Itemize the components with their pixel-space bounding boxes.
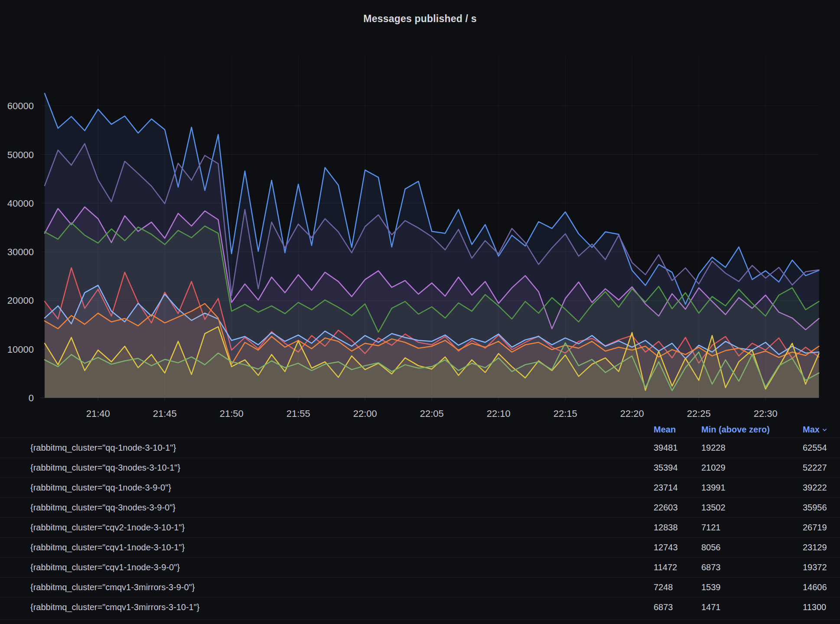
x-axis-tick-label: 21:45 xyxy=(153,408,177,419)
series-label[interactable]: {rabbitmq_cluster="qq-1node-3-10-1"} xyxy=(30,443,654,453)
series-max-value: 35956 xyxy=(803,503,836,513)
series-mean-value: 35394 xyxy=(654,463,701,473)
series-label[interactable]: {rabbitmq_cluster="qq-3nodes-3-9-0"} xyxy=(30,503,654,513)
legend-row: {rabbitmq_cluster="cqv2-1node-3-10-1"} 1… xyxy=(0,517,840,537)
series-min-value: 13991 xyxy=(701,483,803,493)
series-max-value: 19372 xyxy=(803,562,836,572)
series-label[interactable]: {rabbitmq_cluster="cmqv1-3mirrors-3-9-0"… xyxy=(30,582,654,592)
x-axis-tick-label: 22:25 xyxy=(687,408,711,419)
x-axis-tick-label: 22:05 xyxy=(420,408,444,419)
legend-row: {rabbitmq_cluster="qq-3nodes-3-9-0"} 226… xyxy=(0,497,840,517)
series-max-value: 14606 xyxy=(803,582,836,592)
x-axis-tick-label: 21:50 xyxy=(220,408,244,419)
legend-row: {rabbitmq_cluster="cqv1-1node-3-9-0"} 11… xyxy=(0,557,840,577)
series-mean-value: 7248 xyxy=(654,582,701,592)
y-axis-tick-label: 10000 xyxy=(7,344,34,355)
y-axis-tick-label: 40000 xyxy=(7,198,34,209)
chevron-down-icon xyxy=(822,427,827,432)
legend-header-mean[interactable]: Mean xyxy=(654,425,701,435)
series-mean-value: 22603 xyxy=(654,503,701,513)
series-max-value: 26719 xyxy=(803,523,836,533)
series-mean-value: 12838 xyxy=(654,523,701,533)
y-axis-tick-label: 0 xyxy=(29,393,34,403)
legend-table: Mean Min (above zero) Max {rabbitmq_clus… xyxy=(0,421,840,617)
series-label[interactable]: {rabbitmq_cluster="qq-3nodes-3-10-1"} xyxy=(30,463,654,473)
legend-row: {rabbitmq_cluster="qq-3nodes-3-10-1"} 35… xyxy=(0,458,840,478)
legend-header-min[interactable]: Min (above zero) xyxy=(701,425,803,435)
legend-header-row: Mean Min (above zero) Max xyxy=(0,421,840,438)
series-max-value: 52227 xyxy=(803,463,836,473)
series-max-value: 23129 xyxy=(803,543,836,552)
series-mean-value: 11472 xyxy=(654,562,701,572)
series-label[interactable]: {rabbitmq_cluster="qq-1node-3-9-0"} xyxy=(30,483,654,493)
series-label[interactable]: {rabbitmq_cluster="cmqv1-3mirrors-3-10-1… xyxy=(30,602,654,612)
legend-bottom-border xyxy=(0,619,840,620)
legend-row: {rabbitmq_cluster="qq-1node-3-9-0"} 2371… xyxy=(0,478,840,497)
timeseries-plot[interactable]: 010000200003000040000500006000021:4021:4… xyxy=(0,0,840,421)
series-max-value: 11300 xyxy=(803,602,836,612)
series-mean-value: 39481 xyxy=(654,443,701,453)
series-max-value: 62554 xyxy=(803,443,836,453)
series-min-value: 13502 xyxy=(701,503,803,513)
y-axis-tick-label: 30000 xyxy=(7,247,34,257)
series-mean-value: 6873 xyxy=(654,602,701,612)
y-axis-tick-label: 50000 xyxy=(7,150,34,160)
x-axis-tick-label: 22:15 xyxy=(553,408,577,419)
series-label[interactable]: {rabbitmq_cluster="cqv2-1node-3-10-1"} xyxy=(30,523,654,533)
legend-row: {rabbitmq_cluster="cmqv1-3mirrors-3-9-0"… xyxy=(0,577,840,597)
x-axis-tick-label: 21:40 xyxy=(86,408,110,419)
y-axis-tick-label: 20000 xyxy=(7,295,34,306)
series-mean-value: 23714 xyxy=(654,483,701,493)
series-min-value: 1471 xyxy=(701,602,803,612)
series-min-value: 7121 xyxy=(701,523,803,533)
series-max-value: 39222 xyxy=(803,483,836,493)
series-min-value: 19228 xyxy=(701,443,803,453)
legend-header-max[interactable]: Max xyxy=(803,425,836,435)
series-label[interactable]: {rabbitmq_cluster="cqv1-1node-3-10-1"} xyxy=(30,543,654,552)
series-min-value: 1539 xyxy=(701,582,803,592)
legend-row: {rabbitmq_cluster="cqv1-1node-3-10-1"} 1… xyxy=(0,537,840,557)
legend-row: {rabbitmq_cluster="qq-1node-3-10-1"} 394… xyxy=(0,438,840,458)
x-axis-tick-label: 22:00 xyxy=(353,408,377,419)
series-min-value: 8056 xyxy=(701,543,803,552)
y-axis-tick-label: 60000 xyxy=(7,101,34,111)
legend-rows: {rabbitmq_cluster="qq-1node-3-10-1"} 394… xyxy=(0,438,840,617)
x-axis-tick-label: 22:30 xyxy=(754,408,778,419)
x-axis-tick-label: 21:55 xyxy=(287,408,310,419)
series-min-value: 21029 xyxy=(701,463,803,473)
x-axis-tick-label: 22:20 xyxy=(620,408,644,419)
grafana-panel: Messages published / s 01000020000300004… xyxy=(0,0,840,624)
series-min-value: 6873 xyxy=(701,562,803,572)
legend-row: {rabbitmq_cluster="cmqv1-3mirrors-3-10-1… xyxy=(0,597,840,617)
series-mean-value: 12743 xyxy=(654,543,701,552)
series-label[interactable]: {rabbitmq_cluster="cqv1-1node-3-9-0"} xyxy=(30,562,654,572)
x-axis-tick-label: 22:10 xyxy=(487,408,511,419)
